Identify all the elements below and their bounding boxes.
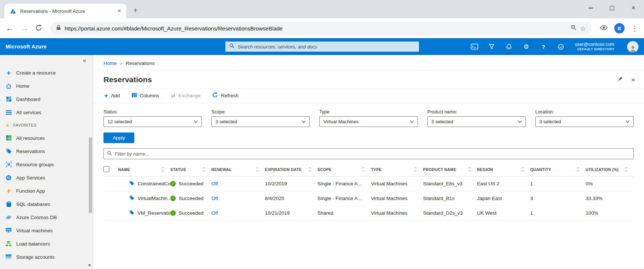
url-input[interactable] — [65, 25, 567, 32]
sort-icon[interactable] — [468, 167, 471, 172]
column-header-region[interactable]: REGION — [477, 163, 530, 176]
sidebar-scrollbar-thumb[interactable] — [89, 138, 92, 213]
sidebar-item-dashboard[interactable]: Dashboard — [0, 92, 93, 106]
column-header-expiration-date[interactable]: EXPIRATION DATE — [265, 163, 317, 176]
column-header-status[interactable]: STATUS — [170, 163, 211, 176]
zoom-icon[interactable] — [571, 25, 576, 32]
product-name-filter-select[interactable]: 3 selected — [427, 116, 526, 127]
reservation-name[interactable]: ConstrainedCo... — [138, 181, 170, 186]
url-bar[interactable]: ☆ — [50, 22, 592, 35]
notifications-bell-icon[interactable] — [505, 43, 513, 51]
help-icon[interactable]: ? — [539, 43, 547, 51]
add-button[interactable]: + Add — [104, 92, 120, 99]
column-header-quantity[interactable]: QUANTITY — [530, 163, 586, 176]
sidebar-item-all-services[interactable]: All services — [0, 106, 93, 119]
sort-icon[interactable] — [202, 167, 205, 172]
filter-value: 3 selected — [539, 119, 561, 124]
minimize-button[interactable] — [580, 4, 601, 12]
back-button[interactable]: ← — [6, 24, 14, 32]
column-header-name[interactable]: NAME — [118, 163, 170, 176]
sidebar-item-sql-databases[interactable]: SQL databases — [0, 197, 93, 211]
sort-icon[interactable] — [362, 167, 365, 172]
reservations-table: NAME STATUS RENEWAL EXPIRATION DATE SCOP… — [103, 163, 634, 221]
filter-by-name-box[interactable] — [103, 148, 634, 159]
tab-close-icon[interactable]: × — [116, 8, 123, 14]
columns-button[interactable]: Columns — [132, 92, 159, 99]
type-filter-select[interactable]: Virtual Machines — [319, 116, 418, 127]
browser-profile-avatar[interactable]: B — [614, 23, 625, 33]
column-header-product-name[interactable]: PRODUCT NAME — [423, 163, 477, 176]
forward-button[interactable]: → — [21, 24, 29, 32]
column-header-renewal[interactable]: RENEWAL — [211, 163, 265, 176]
sort-icon[interactable] — [414, 167, 417, 172]
sidebar-item-label: Create a resource — [16, 70, 56, 76]
table-row[interactable]: VirtualMachin... ✓Succeeded Off 8/4/2020… — [103, 191, 634, 206]
sidebar-item-create-a-resource[interactable]: + Create a resource — [0, 66, 93, 79]
reservation-name[interactable]: VirtualMachin... — [138, 196, 170, 201]
sort-icon[interactable] — [521, 167, 524, 172]
sidebar-item-azure-cosmos-db[interactable]: Azure Cosmos DB — [0, 211, 93, 224]
table-row[interactable]: ConstrainedCo... ✓Succeeded Off 10/2/201… — [103, 176, 634, 191]
sidebar-item-all-resources[interactable]: All resources — [0, 131, 93, 145]
sidebar-item-label: Storage accounts — [16, 254, 55, 260]
sort-icon[interactable] — [625, 167, 628, 172]
renewal-link[interactable]: Off — [211, 181, 218, 186]
reload-button[interactable] — [35, 24, 42, 33]
sidebar-item-load-balancers[interactable]: Load balancers — [0, 237, 93, 250]
breadcrumb-home-link[interactable]: Home — [103, 61, 117, 66]
maximize-button[interactable] — [601, 4, 623, 12]
sidebar-collapse-button[interactable]: « — [0, 55, 93, 66]
sort-icon[interactable] — [308, 167, 312, 172]
cell-name[interactable]: VM_Reservatio... — [118, 206, 170, 220]
global-search-box[interactable] — [225, 41, 419, 52]
feedback-smiley-icon[interactable] — [557, 43, 565, 51]
sidebar-item-function-app[interactable]: Function App — [0, 184, 93, 197]
bookmark-star-icon[interactable]: ☆ — [580, 25, 586, 32]
select-all-checkbox[interactable] — [103, 166, 109, 172]
blade-close-icon[interactable]: × — [631, 76, 635, 83]
renewal-link[interactable]: Off — [211, 196, 218, 201]
sidebar-item-virtual-machines[interactable]: Virtual machines — [0, 224, 93, 237]
pin-icon[interactable] — [617, 76, 623, 83]
filter-by-name-input[interactable] — [115, 151, 630, 157]
sidebar-item-storage-accounts[interactable]: Storage accounts — [0, 250, 93, 263]
refresh-button[interactable]: Refresh — [212, 92, 238, 99]
sort-icon[interactable] — [161, 167, 164, 172]
sidebar-item-app-services[interactable]: App Services — [0, 171, 93, 184]
azure-brand[interactable]: Microsoft Azure — [6, 44, 47, 50]
cell-name[interactable]: ConstrainedCo... — [118, 176, 170, 191]
user-block[interactable]: user@contoso.com DEFAULT DIRECTORY — [575, 42, 614, 52]
browser-menu-icon[interactable]: ⋮ — [631, 24, 638, 32]
home-icon — [5, 83, 12, 90]
exchange-button[interactable]: ⇄ Exchange — [171, 92, 201, 99]
cell-renewal: Off — [211, 206, 265, 220]
sort-icon[interactable] — [576, 167, 580, 172]
location-filter-select[interactable]: 3 selected — [535, 116, 634, 127]
settings-gear-icon[interactable]: ⚙ — [522, 43, 530, 51]
scope-filter-select[interactable]: 3 selected — [211, 116, 310, 127]
sidebar-item-reservations[interactable]: Reservations — [0, 145, 93, 158]
sidebar-item-label: SQL databases — [16, 201, 50, 207]
cell-name[interactable]: VirtualMachin... — [118, 191, 170, 206]
directory-filter-icon[interactable] — [488, 43, 496, 51]
sidebar-item-home[interactable]: Home — [0, 79, 93, 92]
user-avatar[interactable] — [627, 41, 638, 52]
global-search-input[interactable] — [238, 44, 415, 50]
eye-extension-icon[interactable] — [600, 25, 608, 32]
browser-tab[interactable]: Reservations - Microsoft Azure × — [4, 4, 126, 18]
new-tab-button[interactable]: + — [131, 6, 140, 15]
column-header-scope[interactable]: SCOPE — [317, 163, 371, 176]
sort-icon[interactable] — [256, 167, 259, 172]
window-close-button[interactable]: × — [623, 4, 644, 12]
reservation-name[interactable]: VM_Reservatio... — [138, 210, 170, 216]
status-filter-select[interactable]: 12 selected — [103, 116, 202, 127]
table-row[interactable]: VM_Reservatio... ✓Succeeded Off 10/21/20… — [103, 206, 634, 220]
sidebar-scroll-down-button[interactable]: ▼ — [87, 262, 92, 268]
cloud-shell-icon[interactable] — [470, 43, 479, 51]
status-filter-label: Status: — [103, 109, 202, 114]
column-header-type[interactable]: TYPE — [371, 163, 423, 176]
sidebar-item-resource-groups[interactable]: Resource groups — [0, 158, 93, 171]
column-header-utilization[interactable]: UTILIZATION (%) — [586, 163, 634, 176]
renewal-link[interactable]: Off — [211, 210, 218, 216]
apply-button[interactable]: Apply — [103, 132, 134, 143]
